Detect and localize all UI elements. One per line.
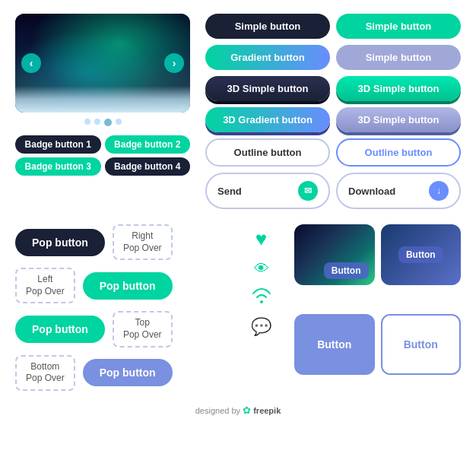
left-popover: LeftPop Over — [15, 268, 75, 303]
carousel-section: ‹ › Badge button 1 Badge button 2 Badge … — [15, 14, 190, 209]
btn-row-6: Send ✉ Download ↓ — [205, 173, 461, 209]
badge-button-1[interactable]: Badge button 1 — [15, 135, 101, 154]
simple-button-lavender[interactable]: Simple button — [336, 45, 461, 70]
image-buttons-section: Button Button Button Button — [294, 224, 461, 398]
send-icon: ✉ — [298, 181, 318, 201]
wifi-icon[interactable] — [251, 287, 272, 308]
outline-button[interactable]: Outline button — [205, 138, 330, 167]
outline-image-button[interactable]: Button — [381, 314, 462, 375]
badge-button-3[interactable]: Badge button 3 — [15, 157, 101, 176]
pop-row-2: LeftPop Over Pop button — [15, 268, 228, 303]
button-grid: Simple button Simple button Gradient but… — [205, 14, 461, 209]
pop-button-1[interactable]: Pop button — [15, 229, 105, 256]
dot-3[interactable] — [104, 119, 112, 126]
pop-row-4: BottomPop Over Pop button — [15, 355, 228, 391]
send-label: Send — [217, 186, 242, 197]
bottom-popover: BottomPop Over — [15, 355, 75, 391]
btn-row-5: Outline button Outline button — [205, 138, 461, 167]
heart-icon[interactable]: ♥ — [255, 227, 267, 251]
image-button-2-label: Button — [398, 246, 443, 263]
download-icon: ↓ — [429, 181, 449, 201]
outline-button-teal[interactable]: Outline button — [336, 138, 461, 167]
btn-row-1: Simple button Simple button — [205, 14, 461, 39]
carousel-snow — [15, 86, 190, 113]
image-button-1[interactable]: Button — [294, 224, 375, 285]
3d-gradient-button[interactable]: 3D Gradient button — [205, 107, 330, 132]
carousel-next-button[interactable]: › — [164, 53, 184, 73]
page-wrapper: ‹ › Badge button 1 Badge button 2 Badge … — [0, 0, 476, 476]
badge-button-2[interactable]: Badge button 2 — [105, 135, 191, 154]
right-popover: RightPop Over — [113, 224, 173, 260]
image-button-2-bg: Button — [381, 224, 462, 285]
dot-1[interactable] — [84, 119, 90, 125]
download-button[interactable]: Download ↓ — [336, 173, 461, 209]
download-label: Download — [348, 186, 395, 197]
3d-simple-button-dark[interactable]: 3D Simple button — [205, 76, 330, 101]
pop-section: Pop button RightPop Over LeftPop Over Po… — [15, 224, 228, 398]
simple-button-teal[interactable]: Simple button — [336, 14, 461, 39]
dot-2[interactable] — [94, 119, 100, 125]
pop-row-3: Pop button TopPop Over — [15, 311, 228, 347]
btn-row-3: 3D Simple button 3D Simple button — [205, 76, 461, 101]
badge-button-4[interactable]: Badge button 4 — [105, 157, 191, 176]
eye-icon[interactable]: 👁 — [254, 260, 269, 278]
simple-button-dark[interactable]: Simple button — [205, 14, 330, 39]
footer-brand: freepik — [253, 406, 281, 415]
btn-row-2: Gradient button Simple button — [205, 45, 461, 70]
pop-button-4[interactable]: Pop button — [83, 359, 173, 386]
solid-button[interactable]: Button — [294, 314, 375, 375]
image-button-1-bg: Button — [294, 224, 375, 285]
pop-button-2[interactable]: Pop button — [83, 272, 173, 300]
dot-4[interactable] — [116, 119, 122, 125]
footer: designed by ✿ freepik — [15, 405, 461, 416]
image-button-1-label: Button — [324, 262, 369, 279]
3d-simple-button-lavender[interactable]: 3D Simple button — [336, 107, 461, 132]
carousel: ‹ › — [15, 14, 190, 113]
badge-buttons: Badge button 1 Badge button 2 Badge butt… — [15, 135, 190, 176]
carousel-dots — [15, 119, 190, 126]
pop-row-1: Pop button RightPop Over — [15, 224, 228, 260]
top-popover: TopPop Over — [113, 311, 173, 347]
image-button-2[interactable]: Button — [381, 224, 462, 285]
bottom-section: Pop button RightPop Over LeftPop Over Po… — [15, 224, 461, 398]
carousel-prev-button[interactable]: ‹ — [21, 53, 41, 73]
send-button[interactable]: Send ✉ — [205, 173, 330, 209]
pop-button-3[interactable]: Pop button — [15, 316, 105, 343]
3d-simple-button-teal[interactable]: 3D Simple button — [336, 76, 461, 101]
top-section: ‹ › Badge button 1 Badge button 2 Badge … — [15, 14, 461, 209]
gradient-button[interactable]: Gradient button — [205, 45, 330, 70]
footer-prefix: designed by — [195, 406, 243, 415]
btn-row-4: 3D Gradient button 3D Simple button — [205, 107, 461, 132]
icons-section: ♥ 👁 💬 — [240, 224, 282, 398]
chat-icon[interactable]: 💬 — [251, 317, 271, 337]
